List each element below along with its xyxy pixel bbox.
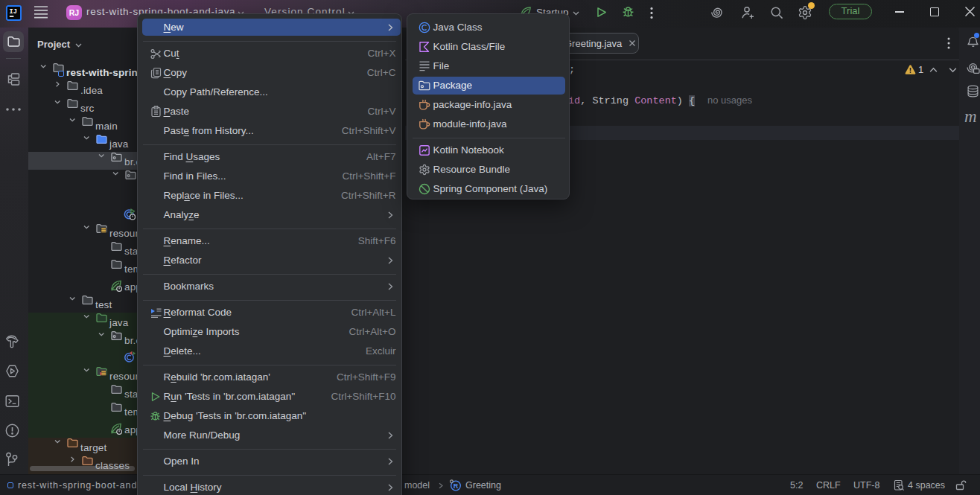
svg-text:R: R	[454, 482, 459, 490]
svg-text:IJ: IJ	[10, 8, 17, 16]
